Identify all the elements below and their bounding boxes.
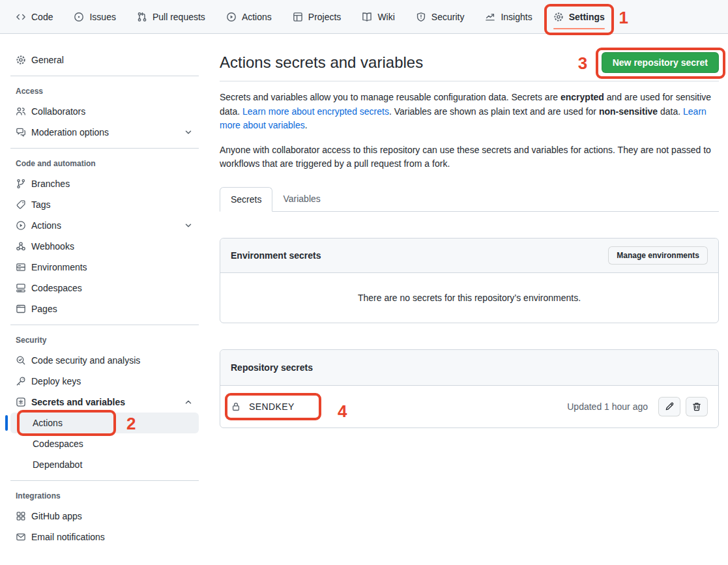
collaborator-paragraph: Anyone with collaborator access to this … [220, 143, 715, 171]
manage-environments-button[interactable]: Manage environments [608, 246, 708, 265]
sidebar-item-label: Email notifications [31, 532, 105, 542]
annotation-number-3: 3 [578, 55, 587, 72]
body-row: General Access Collaborators Moderation … [0, 34, 728, 565]
sidebar-item-webhooks[interactable]: Webhooks [10, 236, 199, 257]
environment-secrets-card: Environment secrets Manage environments … [220, 238, 719, 323]
codespaces-icon [16, 283, 26, 293]
sidebar-item-pages[interactable]: Pages [10, 298, 199, 319]
tab-label: Code [31, 12, 53, 22]
sidebar-item-collaborators[interactable]: Collaborators [10, 101, 199, 122]
server-icon [16, 262, 26, 272]
sidebar-divider [10, 325, 199, 325]
sidebar-item-environments[interactable]: Environments [10, 257, 199, 278]
tab-label: Settings [569, 12, 605, 22]
repo-tab-bar: Code Issues Pull requests Actions Projec… [0, 0, 728, 34]
sidebar-item-code-security[interactable]: Code security and analysis [10, 350, 199, 371]
repository-secrets-card: Repository secrets SENDKEY 4 Updated 1 h… [220, 349, 719, 428]
play-icon [16, 220, 26, 231]
chevron-up-icon [183, 397, 194, 407]
tab-label: Projects [308, 12, 342, 22]
comment-discussion-icon [16, 127, 26, 138]
table-icon [293, 12, 303, 22]
sidebar-subitem-label: Codespaces [33, 439, 83, 449]
sidebar-item-secrets-variables[interactable]: Secrets and variables [10, 392, 199, 413]
environment-secrets-empty-text: There are no secrets for this repository… [220, 273, 718, 323]
git-branch-icon [16, 179, 26, 189]
sidebar-section-security: Security [10, 336, 199, 345]
intro-text: . Variables are shown as plain text and … [389, 106, 599, 117]
tab-wiki[interactable]: Wiki [357, 0, 400, 33]
tab-pull-requests[interactable]: Pull requests [132, 0, 211, 33]
secret-row: SENDKEY 4 Updated 1 hour ago [220, 386, 718, 427]
tab-label: Insights [501, 12, 532, 22]
sidebar-divider [10, 148, 199, 149]
sidebar-item-label: GitHub apps [31, 511, 82, 521]
issue-opened-icon [74, 12, 84, 22]
secrets-variables-tabnav: Secrets Variables [220, 187, 719, 212]
tab-code[interactable]: Code [10, 0, 58, 33]
sidebar-subitem-dependabot[interactable]: Dependabot [10, 454, 199, 475]
delete-secret-button[interactable] [686, 397, 708, 416]
sidebar-item-branches[interactable]: Branches [10, 173, 199, 194]
sidebar-item-label: Code security and analysis [31, 355, 140, 366]
webhook-icon [16, 241, 26, 252]
sidebar-item-label: Secrets and variables [31, 397, 125, 407]
intro-text: . [305, 120, 308, 130]
environment-secrets-header: Environment secrets Manage environments [220, 239, 718, 273]
tab-insights[interactable]: Insights [480, 0, 537, 33]
sidebar-divider [10, 480, 199, 481]
tab-issues[interactable]: Issues [68, 0, 121, 33]
sidebar-item-github-apps[interactable]: GitHub apps [10, 506, 199, 527]
secret-name-group: SENDKEY 4 [231, 401, 295, 412]
sidebar-item-deploy-keys[interactable]: Deploy keys [10, 371, 199, 392]
page-header: Actions secrets and variables 3 New repo… [220, 51, 719, 81]
tab-settings[interactable]: Settings 1 [548, 0, 610, 33]
sidebar-item-codespaces[interactable]: Codespaces [10, 278, 199, 298]
lock-icon [231, 401, 241, 412]
sidebar-item-label: Pages [31, 304, 57, 314]
sidebar-item-label: Codespaces [31, 283, 82, 293]
tab-projects[interactable]: Projects [287, 0, 347, 33]
sidebar-item-label: Moderation options [31, 127, 109, 138]
sidebar-divider [10, 76, 199, 76]
sidebar-item-tags[interactable]: Tags [10, 194, 199, 215]
tab-secrets[interactable]: Secrets [220, 187, 272, 212]
edit-secret-button[interactable] [658, 397, 680, 416]
link-encrypted-secrets[interactable]: Learn more about encrypted secrets [242, 106, 389, 117]
github-settings-page: Code Issues Pull requests Actions Projec… [0, 0, 728, 565]
intro-text: data. [658, 106, 683, 117]
sidebar-item-email-notifications[interactable]: Email notifications [10, 527, 199, 547]
sidebar-subitem-actions[interactable]: Actions 2 [10, 413, 199, 433]
intro-text: Secrets and variables allow you to manag… [220, 92, 561, 102]
browser-icon [16, 304, 26, 314]
gear-icon [16, 55, 26, 65]
tab-variables[interactable]: Variables [272, 187, 330, 212]
tab-label: Issues [89, 12, 115, 22]
gear-icon [553, 12, 564, 22]
code-icon [16, 12, 26, 22]
secret-name: SENDKEY [249, 401, 295, 412]
sidebar-item-label: Environments [31, 262, 87, 272]
codescan-icon [16, 355, 26, 366]
chevron-down-icon [183, 220, 194, 231]
intro-bold-non-sensitive: non-sensitive [599, 106, 658, 117]
sidebar-item-moderation-options[interactable]: Moderation options [10, 122, 199, 143]
apps-icon [16, 511, 26, 521]
annotation-box-2 [17, 410, 116, 436]
sidebar-subitem-codespaces[interactable]: Codespaces [10, 433, 199, 454]
new-repository-secret-button[interactable]: New repository secret [602, 52, 719, 73]
tab-label: Wiki [377, 12, 394, 22]
secret-updated-text: Updated 1 hour ago [567, 401, 648, 412]
active-tab-underline [553, 28, 605, 29]
repository-secrets-title: Repository secrets [231, 362, 313, 373]
sidebar-item-actions[interactable]: Actions [10, 215, 199, 236]
trash-icon [692, 401, 702, 412]
tab-label: Security [431, 12, 465, 22]
sidebar-subitem-label: Actions [33, 418, 63, 428]
tag-icon [16, 199, 26, 210]
sidebar-item-general[interactable]: General [10, 50, 199, 70]
shield-icon [416, 12, 426, 22]
tab-security[interactable]: Security [411, 0, 470, 33]
graph-icon [485, 12, 495, 22]
tab-actions[interactable]: Actions [221, 0, 277, 33]
